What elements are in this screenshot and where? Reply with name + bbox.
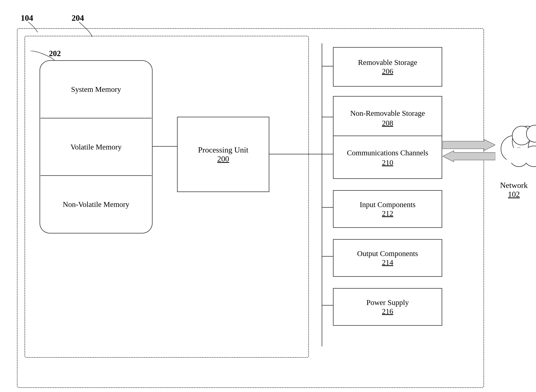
vertical-connector: [322, 43, 322, 346]
processing-unit-box: Processing Unit 200: [177, 117, 269, 192]
power-supply-num: 216: [382, 307, 393, 316]
connector-to-comm: [322, 154, 333, 154]
system-memory-section: System Memory: [40, 61, 152, 118]
comm-channels-box: Communications Channels 210: [333, 135, 442, 179]
processing-unit-num: 200: [217, 154, 229, 163]
output-components-num: 214: [382, 258, 393, 267]
comm-channels-num: 210: [382, 158, 393, 167]
network-cloud-svg: [497, 119, 536, 177]
network-label: Network 102: [500, 181, 528, 199]
removable-storage-box: Removable Storage 206: [333, 47, 442, 87]
power-supply-box: Power Supply 216: [333, 288, 442, 326]
input-components-title: Input Components: [360, 200, 416, 209]
diagram-container: 104 204 202 System Memory Volatile Memor…: [11, 11, 525, 381]
network-num: 102: [508, 190, 520, 199]
connector-proc-right: [269, 154, 322, 154]
label-202: 202: [49, 49, 61, 58]
system-memory-box: System Memory Volatile Memory Non-Volati…: [40, 60, 153, 233]
removable-storage-num: 206: [382, 67, 393, 76]
non-removable-storage-num: 208: [382, 119, 393, 127]
connector-to-nonremovable: [322, 117, 333, 117]
processing-unit-title: Processing Unit: [198, 145, 248, 154]
connector-to-output: [322, 256, 333, 257]
input-components-box: Input Components 212: [333, 190, 442, 228]
removable-storage-title: Removable Storage: [358, 58, 417, 67]
connector-to-power: [322, 305, 333, 306]
connector-mem-proc: [153, 146, 177, 147]
connector-to-removable: [322, 66, 333, 66]
svg-marker-0: [442, 139, 495, 151]
svg-rect-9: [507, 148, 536, 163]
input-components-num: 212: [382, 209, 393, 218]
comm-channels-title: Communications Channels: [347, 148, 428, 158]
volatile-memory-section: Volatile Memory: [40, 118, 152, 176]
non-removable-storage-box: Non-Removable Storage 208: [333, 96, 442, 139]
connector-to-input: [322, 207, 333, 208]
svg-marker-1: [442, 151, 495, 162]
label-204: 204: [71, 13, 84, 23]
output-components-title: Output Components: [357, 249, 418, 258]
output-components-box: Output Components 214: [333, 239, 442, 277]
non-volatile-memory-section: Non-Volatile Memory: [40, 176, 152, 233]
double-arrow-svg: [442, 139, 495, 162]
non-removable-storage-title: Non-Removable Storage: [350, 108, 425, 119]
power-supply-title: Power Supply: [366, 298, 409, 307]
label-104: 104: [21, 13, 33, 23]
